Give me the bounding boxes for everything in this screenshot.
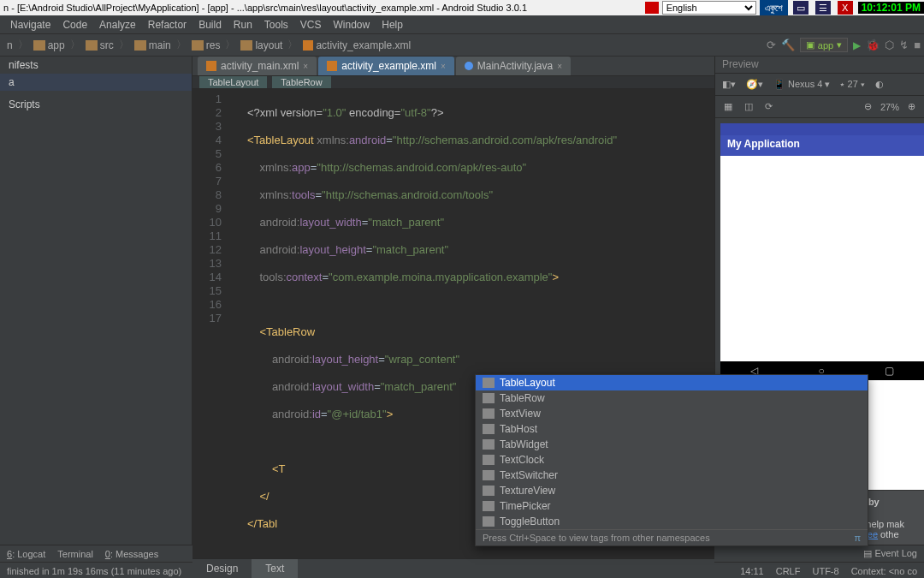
menu-vcs[interactable]: VCS: [295, 17, 327, 33]
tray-app-icon[interactable]: ▭: [793, 1, 808, 15]
autocomplete-item[interactable]: ToggleButton: [476, 514, 868, 529]
context-indicator[interactable]: Context: <no co: [851, 566, 917, 576]
refresh-icon[interactable]: ⟳: [761, 99, 776, 114]
close-tab-icon[interactable]: ×: [303, 62, 308, 71]
menu-help[interactable]: Help: [376, 17, 408, 33]
close-tab-icon[interactable]: ×: [441, 62, 446, 71]
recents-icon: ▢: [885, 365, 894, 377]
autocomplete-item[interactable]: TextSwitcher: [476, 468, 868, 483]
run-config-select[interactable]: ▣ app ▾: [800, 38, 848, 52]
project-tool-window[interactable]: nifests a Scripts: [0, 57, 192, 545]
breadcrumb-item[interactable]: TableRow: [272, 76, 330, 88]
preview-toolbar[interactable]: ◧▾ 🧭▾ 📱 Nexus 4 ▾ ⭑ 27 ▾ ◐: [715, 74, 924, 96]
project-item[interactable]: nifests: [0, 57, 192, 74]
folder-icon: [86, 40, 98, 51]
autocomplete-item[interactable]: TabHost: [476, 421, 868, 437]
window-title: n - [E:\Android Studio\AllProject\MyAppl…: [0, 3, 645, 13]
folder-icon: [192, 40, 204, 51]
preview-title: Preview: [715, 57, 924, 74]
autocomplete-item[interactable]: TabWidget: [476, 437, 868, 452]
cursor-position: 14:11: [740, 566, 764, 576]
tab-activity-main[interactable]: activity_main.xml×: [198, 57, 317, 75]
tag-icon: [483, 439, 495, 450]
xml-file-icon: [206, 61, 216, 71]
tool-logcat[interactable]: 6: Logcat: [7, 549, 45, 559]
code-editor[interactable]: 1234 5678 9101112 13141516 17 <?xml vers…: [192, 89, 714, 558]
autocomplete-item[interactable]: TableRow: [476, 390, 868, 406]
menu-tools[interactable]: Tools: [259, 17, 293, 33]
orientation-icon[interactable]: 🧭▾: [743, 77, 767, 92]
os-titlebar: n - [E:\Android Studio\AllProject\MyAppl…: [0, 0, 924, 15]
tab-activity-example[interactable]: activity_example.xml×: [318, 57, 454, 75]
menu-build[interactable]: Build: [193, 17, 227, 33]
layers-icon[interactable]: ◧▾: [719, 77, 739, 92]
autocomplete-popup[interactable]: TableLayout TableRow TextView TabHost Ta…: [475, 374, 868, 546]
attach-icon[interactable]: ↯: [899, 39, 909, 51]
autocomplete-item[interactable]: TextClock: [476, 452, 868, 468]
editor-tabs: activity_main.xml× activity_example.xml×…: [192, 57, 714, 76]
tag-icon: [483, 470, 495, 480]
preview-toolbar-2[interactable]: ▦ ◫ ⟳ ⊖ 27% ⊕: [715, 96, 924, 118]
profile-icon[interactable]: ⬡: [885, 39, 894, 51]
preview-app-title: My Application: [720, 135, 924, 154]
tag-icon: [483, 408, 495, 419]
blueprint-icon[interactable]: ▦: [720, 99, 736, 114]
design-icon[interactable]: ◫: [741, 99, 756, 114]
tray-blue-icon[interactable]: ☰: [815, 1, 831, 15]
tag-icon: [483, 378, 495, 388]
event-log[interactable]: ▤ Event Log: [863, 548, 917, 559]
menu-refactor[interactable]: Refactor: [143, 17, 192, 33]
adobe-icon[interactable]: [645, 2, 659, 14]
line-separator[interactable]: CRLF: [776, 566, 801, 576]
xml-file-icon: [327, 61, 337, 71]
autocomplete-item[interactable]: TextureView: [476, 483, 868, 498]
menu-bar: Navigate Code Analyze Refactor Build Run…: [0, 15, 924, 34]
close-tab-icon[interactable]: ×: [557, 62, 562, 71]
api-select[interactable]: ⭑ 27 ▾: [837, 77, 868, 92]
xml-breadcrumb: TableLayout TableRow: [192, 76, 714, 89]
stop-icon[interactable]: ■: [914, 39, 921, 51]
autocomplete-item[interactable]: TableLayout: [476, 375, 868, 390]
menu-run[interactable]: Run: [228, 17, 258, 33]
zoom-out-icon[interactable]: ⊖: [861, 99, 875, 114]
run-icon[interactable]: ▶: [853, 39, 861, 51]
breadcrumb[interactable]: n〉 app〉 src〉 main〉 res〉 layout〉 activity…: [3, 38, 414, 52]
tool-messages[interactable]: 0: Messages: [105, 549, 158, 559]
xml-file-icon: [303, 40, 313, 51]
breadcrumb-item[interactable]: TableLayout: [199, 76, 267, 88]
tag-icon: [483, 516, 495, 527]
project-item[interactable]: Scripts: [0, 96, 192, 113]
folder-icon: [240, 40, 252, 51]
design-tab[interactable]: Design: [192, 559, 252, 578]
language-select[interactable]: English: [662, 1, 756, 15]
device-select[interactable]: 📱 Nexus 4 ▾: [770, 77, 833, 92]
zoom-value: 27%: [880, 102, 899, 112]
ime-indicator[interactable]: একুশে: [760, 0, 788, 15]
tab-mainactivity[interactable]: MainActivity.java×: [456, 57, 571, 75]
hammer-icon[interactable]: 🔨: [781, 39, 795, 51]
theme-icon[interactable]: ◐: [872, 77, 887, 92]
debug-icon[interactable]: 🐞: [866, 39, 880, 51]
zoom-in-icon[interactable]: ⊕: [904, 99, 919, 114]
menu-window[interactable]: Window: [329, 17, 376, 33]
design-text-tabs: Design Text: [192, 558, 714, 578]
autocomplete-item[interactable]: TimePicker: [476, 498, 868, 514]
text-tab[interactable]: Text: [252, 559, 298, 578]
menu-code[interactable]: Code: [57, 17, 92, 33]
menu-navigate[interactable]: Navigate: [5, 17, 56, 33]
file-encoding[interactable]: UTF-8: [812, 566, 838, 576]
sync-icon[interactable]: ⟳: [767, 39, 776, 51]
build-status: finished in 1m 19s 16ms (11 minutes ago): [7, 566, 181, 576]
navigation-bar: n〉 app〉 src〉 main〉 res〉 layout〉 activity…: [0, 34, 924, 57]
autocomplete-item[interactable]: TextView: [476, 406, 868, 421]
menu-analyze[interactable]: Analyze: [94, 17, 141, 33]
tag-icon: [483, 486, 495, 496]
close-x-icon[interactable]: X: [838, 1, 853, 15]
tag-icon: [483, 424, 495, 434]
module-icon: [33, 40, 45, 51]
tool-terminal[interactable]: Terminal: [57, 549, 93, 559]
tag-icon: [483, 393, 495, 403]
tag-icon: [483, 501, 495, 511]
autocomplete-hint: Press Ctrl+Space to view tags from other…: [476, 529, 868, 545]
project-item[interactable]: a: [0, 74, 192, 91]
